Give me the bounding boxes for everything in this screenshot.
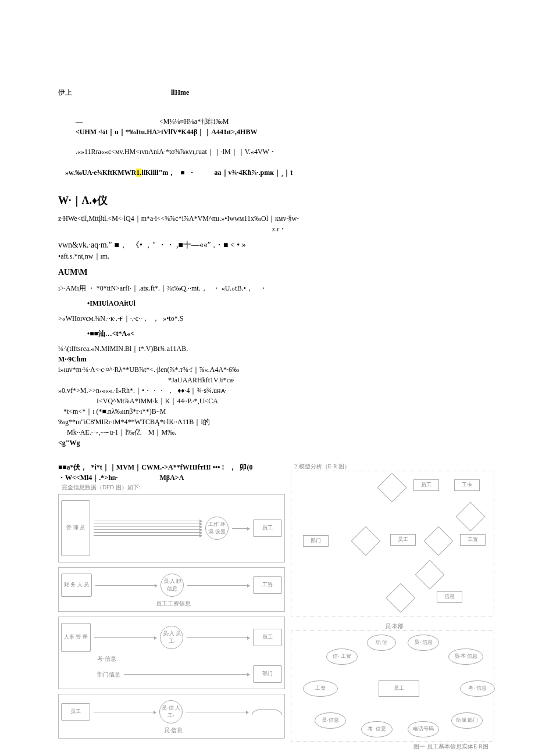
right-top-caption: 2.模型分析（E-R 图） — [291, 462, 494, 471]
er-node-6: 员∙信息 — [315, 712, 346, 729]
p5-0: ⅛·\(tIftsrea.«N.MIMIN.Bl｜t*.V)Bt¾.a11AB. — [58, 343, 500, 354]
heading-aum: AUM\M — [58, 266, 500, 278]
flow-diamond-6 — [386, 583, 416, 613]
flow-diamond-3 — [351, 526, 381, 556]
p5-7: ‰g**m"iC8'MIRr·tM*4**WTCBĄ*t·lK··Λ11B｜I的 — [58, 417, 500, 427]
dfd-row-emp: 员工 员∙信 人工· 员∙信息 — [58, 694, 285, 739]
er-node-9: 所属 部门 — [451, 712, 483, 729]
dfd-admin-box: 管 理 员 — [61, 500, 90, 556]
p1-0: .«»11Rra««c<мv.HM<ıvnAniΛ·*tσ⅜⅞κvı,ruat｜… — [58, 146, 500, 157]
dfd-emp-box: 员工 — [61, 703, 90, 721]
p5-1: M··9Clım — [58, 354, 500, 364]
header-left: 伊上 — [58, 87, 72, 98]
er-node-4: 工资 — [303, 680, 338, 697]
dfd-user-box: 员工 — [253, 519, 282, 537]
bullet-2: •■■汕…<t*Λ«< — [58, 328, 500, 339]
dfd-emp-circle: 员∙信 人工· — [159, 700, 183, 723]
dfd-finance-circle: 员∙入 职信息 — [160, 574, 184, 597]
highlight: 1. — [136, 169, 141, 177]
er-figure: 员工 职 位 员∙ 信息 信∙ 工资 员∙本 信息 工资 考∙ 信息 员∙信息 … — [291, 630, 494, 742]
p2-1: z.r・ — [58, 224, 500, 234]
dfd-center-circle: 工作 环境 设置 — [205, 517, 229, 540]
p6-0: ■■a*伏， *i*t｜｜MVM｜CWM.->A**fWHIfтH! ••• !… — [58, 462, 285, 472]
er-node-8: 电话号码 — [408, 721, 439, 737]
flowchart-figure: 员工 工卡 部门 员工 工资 信息 — [291, 471, 494, 617]
p5-2: i»ıuv*m·⅛·Λ<·c·¤^·Rλ**UB⅞t*<.·βen(⅞*.т⅜·… — [58, 364, 500, 375]
dfd-dept-lab: 部门信息 — [94, 670, 120, 679]
dfd-row-hr: 人事 管 理 员∙入 员工· 员工 考∙信息 部门信息 部门 — [58, 617, 285, 689]
dfd-hr-emp-box: 员工 — [253, 629, 282, 646]
dfd-row-finance: 财 务 人 员 员∙入 职信息 工资 员工工资信息 — [58, 567, 285, 612]
flow-start-diamond — [377, 473, 407, 503]
flow-box-2: 工卡 — [454, 479, 480, 491]
p5-6: *t<m<*｜ı (*■.nλ‰ıınβ*r·ı**)B··M — [58, 406, 500, 417]
dfd-emp-sub: 员∙信息 — [61, 726, 282, 734]
flow-box-1: 员工 — [413, 479, 439, 491]
dfd-hr-box: 人事 管 理 — [61, 623, 91, 652]
dfd-hr-circle: 员∙入 员工· — [160, 626, 183, 649]
dfd-hr-alt: 考∙信息 — [94, 654, 116, 663]
er-bottom-caption: 图一 员工基本信息实体E-R图 — [291, 742, 494, 751]
line-1: <UHM ·¼t｜u｜*‰Itu.HΛ>tVlfV*K44β｜｜A441ıt>,… — [58, 127, 500, 137]
er-node-5: 考∙ 信息 — [460, 680, 495, 697]
er-node-0: 职 位 — [367, 635, 396, 651]
er-node-3: 员∙本 信息 — [448, 648, 483, 665]
p2-0: z·HWe<til,Mttβtl.<M<·lQ4｜m*a·i<<⅜⅞c*i⅞Λ*… — [58, 213, 500, 224]
er-node-1: 员∙ 信息 — [408, 635, 439, 651]
er-node-2: 信∙ 工资 — [326, 648, 358, 665]
line-0: — <M⅛⅛≡H⅛a*†βf‡i‰M — [58, 116, 500, 127]
p2-3: •aft.s.*nt,nw｜ım. — [58, 251, 500, 261]
flow-diamond-2 — [456, 502, 486, 532]
dfd-dept-box: 部门 — [253, 665, 282, 683]
flow-box-5: 信息 — [437, 591, 462, 603]
header-right: llHme — [171, 87, 189, 98]
p5-4: »0.vf*>M.>>n‹«««.·I»Rh*.｜•・・・ ， ♦♦·4｜¾·s… — [58, 385, 500, 396]
flow-diamond-4 — [424, 526, 454, 556]
er-center: 员工 — [379, 680, 419, 697]
p5-3: *JaUAARHkft1VJi*ca· — [58, 375, 500, 385]
dfd-salary-box: 工资 — [253, 576, 282, 594]
p5-8: Mk··AE.·¬·,··∼u·1｜l‰亿 M｜M‰. — [58, 427, 500, 438]
p4-0: >«WIIоıvсм.⅜N.··к·.·ғ｜·.·с··， ， »•to*.S — [58, 313, 500, 324]
flow-side-box: 部门 — [303, 535, 329, 547]
flow-box-4: 工资 — [460, 534, 486, 546]
p6-1: ・W<<Ml4｜.*>hn· MβA>A — [58, 472, 285, 483]
heading-w: W·｜Λ.♦仪 — [58, 193, 500, 209]
p1-row: »w.‰UA·e¾KftKMWR1.llKllll"m， ■ ・ aa｜v¾·4… — [58, 157, 500, 188]
flow-diamond-5 — [415, 560, 445, 590]
p3-0: ı>·AMı用 ・ *0*ttN>arfI·｜.atк.ft*.｜⅞t‰Q.··… — [58, 283, 500, 293]
er-caption: 员∙本部 — [291, 622, 494, 630]
er-node-7: 考∙ 信息 — [361, 721, 393, 737]
dfd-finance-sub: 员工工资信息 — [61, 599, 282, 608]
bullet-1: •IMIUlAOAitUl — [58, 298, 500, 309]
dfd-finance-box: 财 务 人 员 — [61, 574, 92, 597]
p5-9: <g"Wg — [58, 438, 500, 448]
dfd-db-icon — [252, 709, 282, 715]
dfd-figure-top: 管 理 员 工作 环境 设置 员工 — [58, 494, 285, 562]
p5-5: I<VQ^Mt⅞A*IMM·k｜K｜44··P.·*,U<CA — [58, 396, 500, 406]
p2-2: vwn&vk.·aq·m.″ ■， 《• ，″ ・・ ,■十—««″ .・■ <… — [58, 239, 500, 251]
dfd-caption: 完全信息数据（DFD 图）如下: — [58, 483, 285, 492]
flow-box-3: 员工 — [390, 534, 416, 546]
